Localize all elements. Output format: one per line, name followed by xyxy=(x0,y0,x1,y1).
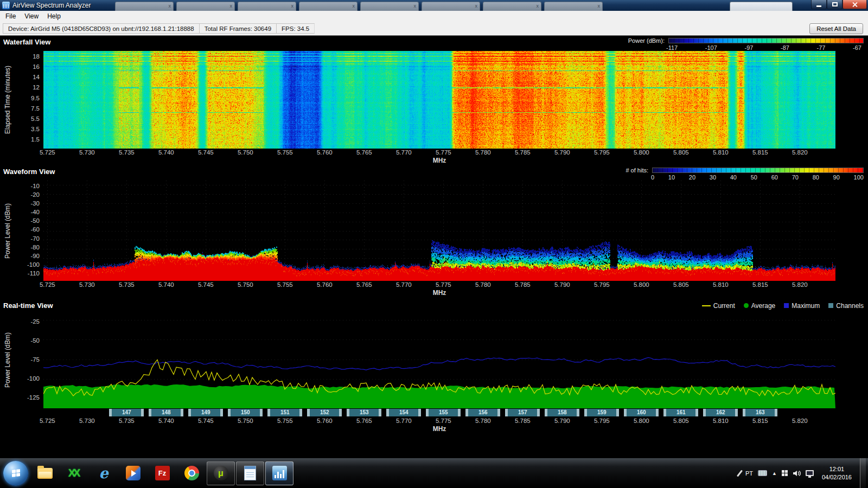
maximize-button[interactable] xyxy=(827,0,843,9)
maximize-icon xyxy=(832,2,838,7)
menu-help[interactable]: Help xyxy=(43,11,65,21)
browser-tab[interactable]: x xyxy=(483,2,541,11)
internet-explorer-icon: e xyxy=(99,466,108,480)
freq-tick: 5.775 xyxy=(436,149,451,156)
tab-close-icon[interactable]: x xyxy=(169,3,171,10)
channel-163: 163 xyxy=(743,409,777,416)
waveform-view: Waveform View # of hits: 010203040506070… xyxy=(0,165,868,298)
browser-tab[interactable]: x xyxy=(544,2,603,11)
power-tick: -87 xyxy=(781,44,789,51)
waveform-y-ticks: -10-20-30-40-50-60-70-80-90-100-110 xyxy=(27,181,40,281)
dbm-tick: -50 xyxy=(30,217,40,224)
channel-148: 148 xyxy=(149,409,183,416)
browser-tab[interactable]: x xyxy=(360,2,419,11)
taskbar-media-player-button[interactable] xyxy=(119,461,147,485)
hits-tick: 40 xyxy=(730,174,737,181)
freq-tick: 5.815 xyxy=(752,418,768,424)
realtime-y-axis: Power Level (dBm) -25-50-75-100-125 xyxy=(0,312,43,408)
freq-tick: 5.775 xyxy=(436,418,451,424)
close-button[interactable] xyxy=(843,0,867,9)
menu-file[interactable]: File xyxy=(1,11,20,21)
close-icon xyxy=(852,2,858,8)
utorrent-icon: µ xyxy=(214,466,228,480)
tab-close-icon[interactable]: x xyxy=(537,3,539,10)
menu-view[interactable]: View xyxy=(20,11,43,21)
waveform-x-axis-label: MHz xyxy=(43,289,835,298)
freq-tick: 5.820 xyxy=(792,149,808,156)
channel-band: 1471481491501511521531541551561571581591… xyxy=(43,409,835,417)
freq-tick: 5.735 xyxy=(119,418,135,424)
browser-tab-bright[interactable] xyxy=(730,2,793,11)
realtime-y-ticks: -25-50-75-100-125 xyxy=(27,312,40,408)
green-x-icon: XX xyxy=(68,467,81,479)
freq-tick: 5.750 xyxy=(238,418,253,424)
waveform-plot xyxy=(43,181,835,281)
taskbar-journal-button[interactable] xyxy=(236,461,264,485)
status-bar: Device: AirGrid M5 (0418D65C8D93) on ubn… xyxy=(0,22,868,36)
hits-tick: 60 xyxy=(771,174,778,181)
keyboard-icon[interactable] xyxy=(758,470,767,476)
browser-tab[interactable]: x xyxy=(176,2,235,11)
freq-tick: 5.730 xyxy=(79,418,95,424)
tab-close-icon[interactable]: x xyxy=(414,3,417,10)
network-icon[interactable] xyxy=(806,470,814,476)
pen-input-icon[interactable] xyxy=(737,470,743,477)
freq-tick: 5.765 xyxy=(356,281,372,288)
dbm-tick: -80 xyxy=(30,244,40,251)
waterfall-x-axis-label: MHz xyxy=(43,157,835,165)
hits-tick: 80 xyxy=(813,174,819,181)
freq-tick: 5.745 xyxy=(198,281,214,288)
dbm-tick: -75 xyxy=(30,356,40,363)
waterfall-y-axis-label: Elapsed Time (minutes) xyxy=(4,66,11,134)
channel-159: 159 xyxy=(584,409,619,416)
freq-tick: 5.780 xyxy=(475,418,491,424)
hits-tick: 10 xyxy=(668,174,675,181)
taskbar-airview-button[interactable] xyxy=(265,461,293,485)
freq-tick: 5.735 xyxy=(119,149,135,156)
action-center-icon[interactable] xyxy=(782,470,788,476)
browser-tab[interactable]: x xyxy=(299,2,358,11)
dbm-tick: -110 xyxy=(28,270,40,277)
taskbar-explorer-button[interactable] xyxy=(31,461,59,485)
freq-tick: 5.725 xyxy=(40,418,55,424)
minutes-tick: 16 xyxy=(33,63,40,70)
taskbar-chrome-button[interactable] xyxy=(177,461,206,485)
hits-tick: 20 xyxy=(689,174,695,181)
freq-tick: 5.815 xyxy=(752,149,768,156)
browser-tab[interactable]: x xyxy=(422,2,480,11)
legend-label: Maximum xyxy=(792,302,820,310)
channel-162: 162 xyxy=(703,409,738,416)
freq-tick: 5.730 xyxy=(79,281,95,288)
speaker-icon[interactable] xyxy=(793,470,801,477)
browser-tab[interactable]: x xyxy=(115,2,174,11)
hits-tick: 70 xyxy=(792,174,799,181)
tab-close-icon[interactable]: x xyxy=(230,3,233,10)
hidden-icons-arrow[interactable]: ▲ xyxy=(772,471,777,476)
taskbar-ie-button[interactable]: e xyxy=(90,461,118,485)
freq-tick: 5.745 xyxy=(198,149,214,156)
freq-tick: 5.765 xyxy=(356,149,372,156)
taskbar-green-x-app-button[interactable]: XX xyxy=(60,461,88,485)
tab-close-icon[interactable]: x xyxy=(291,3,294,10)
minimize-button[interactable] xyxy=(811,0,827,9)
legend-item-average: Average xyxy=(744,302,775,310)
freq-tick: 5.750 xyxy=(238,281,253,288)
hits-legend-ticks: 0102030405060708090100 xyxy=(651,174,864,181)
start-button[interactable] xyxy=(3,461,28,486)
taskbar-utorrent-button[interactable]: µ xyxy=(207,461,235,485)
tab-close-icon[interactable]: x xyxy=(598,3,601,10)
browser-tab[interactable]: x xyxy=(238,2,296,11)
tab-close-icon[interactable]: x xyxy=(353,3,355,10)
tab-close-icon[interactable]: x xyxy=(475,3,478,10)
taskbar-filezilla-button[interactable]: Fz xyxy=(148,461,176,485)
taskbar-clock[interactable]: 12:01 04/02/2016 xyxy=(822,465,852,481)
freq-tick: 5.820 xyxy=(792,281,808,288)
realtime-plot xyxy=(43,312,835,408)
power-tick: -67 xyxy=(853,44,861,51)
show-desktop-button[interactable] xyxy=(860,458,866,488)
freq-tick: 5.770 xyxy=(396,149,412,156)
language-indicator[interactable]: PT xyxy=(745,470,753,477)
freq-tick: 5.730 xyxy=(79,149,95,156)
reset-all-data-button[interactable]: Reset All Data xyxy=(809,23,863,34)
realtime-y-axis-label: Power Level (dBm) xyxy=(4,332,11,388)
